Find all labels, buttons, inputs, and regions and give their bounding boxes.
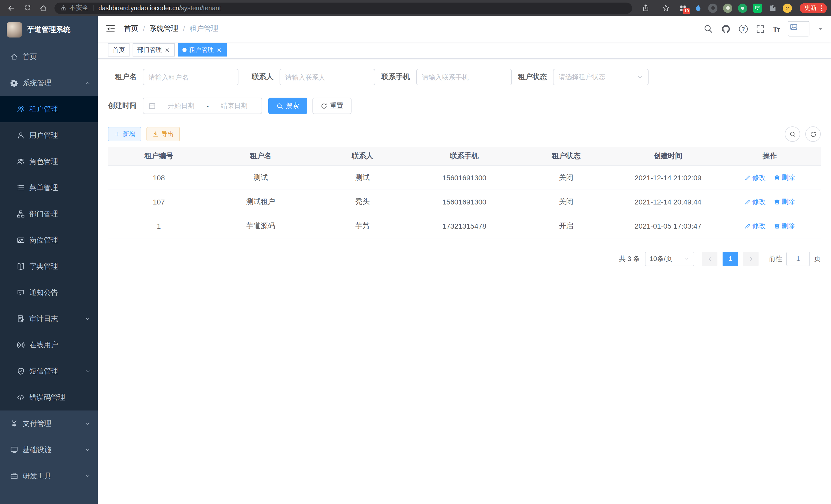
sidebar-item-system[interactable]: 系统管理 — [0, 70, 98, 96]
sidebar-item-notice[interactable]: 通知公告 — [0, 279, 98, 306]
delete-button[interactable]: 删除 — [774, 173, 795, 182]
toggle-search-button[interactable] — [785, 126, 800, 142]
filter-row-1: 租户名 联系人 联系手机 租户状态 — [108, 69, 821, 85]
sidebar-item-home[interactable]: 首页 — [0, 44, 98, 70]
date-range-picker[interactable]: 开始日期 - 结束日期 — [143, 98, 262, 114]
font-size-icon[interactable]: TT — [773, 24, 780, 33]
chevron-down-icon — [85, 473, 90, 479]
delete-button[interactable]: 删除 — [774, 197, 795, 206]
sidebar-item-sms[interactable]: 短信管理 — [0, 358, 98, 384]
sidebar-item-user[interactable]: 用户管理 — [0, 122, 98, 148]
chevron-up-icon — [85, 80, 90, 86]
prev-page-button[interactable] — [702, 251, 717, 266]
reset-button-label: 重置 — [330, 101, 343, 111]
header-search-icon[interactable] — [703, 24, 713, 33]
col-phone: 联系手机 — [413, 147, 515, 166]
sidebar-item-online-users[interactable]: 在线用户 — [0, 332, 98, 358]
browser-back-button[interactable] — [4, 1, 19, 14]
table-row[interactable]: 1 芋道源码 芋艿 17321315478 开启 2021-01-05 17:0… — [108, 214, 821, 238]
sidebar-item-post[interactable]: 岗位管理 — [0, 227, 98, 253]
sidebar-item-department[interactable]: 部门管理 — [0, 201, 98, 227]
table-row[interactable]: 107 测试租户 秃头 15601691300 关闭 2021-12-14 20… — [108, 189, 821, 214]
briefcase-icon — [10, 472, 18, 480]
tab-tenant[interactable]: 租户管理 — [178, 43, 227, 57]
sidebar-item-tenant[interactable]: 租户管理 — [0, 96, 98, 122]
sidebar-item-error-code[interactable]: 错误码管理 — [0, 384, 98, 411]
cell-tenant-id: 108 — [108, 166, 210, 189]
profile-avatar-icon[interactable] — [783, 3, 792, 12]
col-actions: 操作 — [719, 147, 821, 166]
browser-update-button[interactable]: 更新 — [800, 3, 827, 13]
avatar-caret-icon[interactable] — [818, 26, 823, 32]
next-page-button[interactable] — [743, 251, 758, 266]
extension-drop-icon[interactable] — [693, 3, 703, 12]
tab-department[interactable]: 部门管理 — [133, 43, 175, 57]
edit-button[interactable]: 修改 — [745, 221, 766, 230]
sidebar-toggle-icon[interactable] — [105, 24, 116, 34]
sidebar-item-label: 通知公告 — [29, 288, 58, 297]
github-icon[interactable] — [721, 24, 730, 34]
refresh-table-button[interactable] — [805, 126, 821, 142]
download-icon — [153, 131, 159, 137]
fullscreen-icon[interactable] — [756, 24, 765, 33]
table-row[interactable]: 108 测试 测试 15601691300 关闭 2021-12-14 21:0… — [108, 166, 821, 189]
extension-grid-icon[interactable]: 10 — [678, 3, 688, 12]
search-button[interactable]: 搜索 — [268, 98, 307, 114]
sidebar-item-menu[interactable]: 菜单管理 — [0, 175, 98, 201]
bookmark-button[interactable] — [658, 1, 673, 14]
contact-input[interactable] — [285, 73, 370, 81]
goto-page-input[interactable] — [786, 251, 810, 266]
goto-page: 前往 页 — [769, 251, 821, 266]
edit-button[interactable]: 修改 — [745, 173, 766, 182]
chevron-down-icon — [85, 447, 90, 453]
page-number-button[interactable]: 1 — [722, 251, 738, 266]
browser-reload-button[interactable] — [20, 1, 34, 14]
extension-chat-icon[interactable] — [753, 3, 762, 12]
divider — [93, 5, 94, 11]
user-avatar[interactable] — [788, 21, 809, 36]
sidebar-item-label: 岗位管理 — [29, 236, 58, 245]
phone-input[interactable] — [422, 73, 506, 81]
tenant-name-label: 租户名 — [108, 72, 137, 82]
page-size-select[interactable]: 10条/页 — [645, 251, 694, 266]
delete-button[interactable]: 删除 — [774, 221, 795, 230]
sidebar-item-role[interactable]: 角色管理 — [0, 148, 98, 175]
help-icon[interactable]: ? — [739, 24, 747, 33]
extension-green-circle-icon[interactable] — [738, 3, 747, 12]
sidebar-item-dev-tools[interactable]: 研发工具 — [0, 463, 98, 489]
tab-label: 首页 — [113, 46, 125, 54]
extension-olive-icon[interactable] — [723, 3, 732, 12]
filter-status: 租户状态 请选择租户状态 — [518, 69, 649, 85]
cell-created: 2021-12-14 21:02:09 — [617, 166, 719, 189]
share-button[interactable] — [638, 1, 653, 14]
tenant-name-input[interactable] — [148, 73, 233, 81]
col-created: 创建时间 — [617, 147, 719, 166]
extensions-puzzle-icon[interactable] — [768, 3, 777, 12]
app-logo[interactable]: 芋道管理系统 — [0, 16, 98, 44]
sidebar-item-label: 支付管理 — [23, 419, 51, 428]
breadcrumb-system[interactable]: 系统管理 — [149, 24, 178, 33]
puzzle-icon — [769, 4, 776, 12]
book-icon — [17, 263, 25, 270]
sidebar-item-payment[interactable]: 支付管理 — [0, 411, 98, 437]
sidebar-item-label: 系统管理 — [23, 78, 51, 88]
export-button[interactable]: 导出 — [146, 127, 180, 141]
tab-home[interactable]: 首页 — [108, 43, 130, 57]
close-icon[interactable] — [165, 47, 170, 53]
edit-button[interactable]: 修改 — [745, 197, 766, 206]
breadcrumb-home[interactable]: 首页 — [124, 24, 138, 33]
document-edit-icon — [17, 315, 25, 323]
sidebar-item-infrastructure[interactable]: 基础设施 — [0, 437, 98, 463]
browser-menu-icon[interactable] — [818, 4, 825, 11]
sidebar-item-audit-log[interactable]: 审计日志 — [0, 306, 98, 332]
add-button[interactable]: 新增 — [108, 127, 141, 141]
extension-dark-icon[interactable] — [708, 3, 717, 12]
reset-button[interactable]: 重置 — [312, 98, 351, 114]
browser-home-button[interactable] — [36, 1, 50, 14]
sidebar-item-label: 菜单管理 — [29, 183, 58, 192]
address-bar[interactable]: 不安全 dashboard.yudao.iocoder.cn /system/t… — [55, 2, 632, 13]
security-indicator[interactable]: 不安全 — [60, 4, 89, 12]
close-icon[interactable] — [217, 47, 222, 53]
tenant-status-select[interactable]: 请选择租户状态 — [553, 69, 649, 85]
sidebar-item-dictionary[interactable]: 字典管理 — [0, 253, 98, 279]
